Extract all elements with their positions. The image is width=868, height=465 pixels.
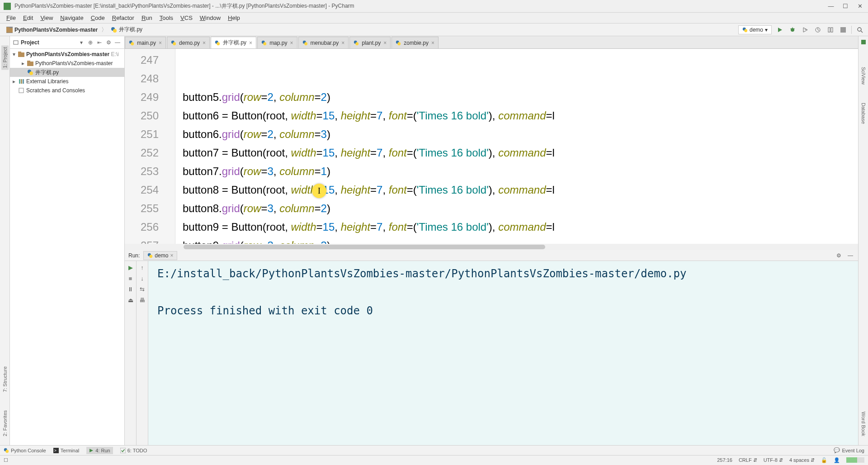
collapse-all-button[interactable]: ⇤ — [95, 38, 104, 47]
editor-tab[interactable]: zombie.py× — [392, 37, 439, 48]
hide-button[interactable]: — — [113, 38, 122, 47]
tree-row[interactable]: ▾PythonPlantsVsZombies-master E:\i — [10, 50, 124, 59]
line-number[interactable]: 252 — [125, 143, 159, 162]
editor-tab[interactable]: 井字棋.py× — [211, 37, 256, 48]
menu-code[interactable]: Code — [87, 14, 108, 22]
code-line[interactable]: button8 = Button(root, width=15, height=… — [183, 180, 858, 199]
code-line[interactable]: button9.grid(row=3, column=3) — [183, 236, 858, 244]
bottom-tool-python[interactable]: Python Console — [4, 448, 46, 453]
settings-button[interactable]: ⚙ — [104, 38, 113, 47]
line-number[interactable]: 254 — [125, 180, 159, 199]
code-line[interactable]: button5.grid(row=2, column=2) — [183, 88, 858, 106]
horizontal-scrollbar[interactable] — [125, 244, 858, 250]
maximize-button[interactable]: ☐ — [841, 2, 850, 11]
scrollbar-thumb[interactable] — [184, 245, 545, 249]
inspection-profile-icon[interactable]: 👤 — [834, 457, 840, 463]
close-button[interactable]: ✕ — [855, 2, 864, 11]
line-number[interactable]: 255 — [125, 199, 159, 218]
memory-indicator[interactable] — [846, 457, 864, 463]
tree-arrow-icon[interactable]: ▾ — [12, 51, 16, 57]
close-icon[interactable]: × — [290, 40, 293, 46]
stop-run-button[interactable]: ■ — [126, 274, 135, 283]
structure-tool-tab[interactable]: 7: Structure — [2, 366, 8, 392]
line-number[interactable]: 249 — [125, 88, 159, 106]
code-line[interactable]: button7.grid(row=3, column=1) — [183, 162, 858, 180]
close-icon[interactable]: × — [170, 252, 173, 259]
line-number[interactable]: 251 — [125, 125, 159, 143]
bottom-tool-run[interactable]: 4: Run — [86, 447, 113, 454]
tree-arrow-icon[interactable]: ▸ — [12, 78, 16, 85]
sciview-tool-tab[interactable]: SciView — [861, 67, 866, 85]
line-separator[interactable]: CRLF ⇵ — [739, 457, 757, 463]
menu-navigate[interactable]: Navigate — [57, 14, 87, 22]
tree-row[interactable]: ▸External Libraries — [10, 77, 124, 86]
line-number[interactable]: 248 — [125, 69, 159, 88]
menu-help[interactable]: Help — [224, 14, 244, 22]
run-config-selector[interactable]: demo ▾ — [738, 25, 772, 34]
print-button[interactable]: 🖶 — [138, 295, 147, 304]
debug-button[interactable] — [788, 25, 797, 34]
code-line[interactable]: button6.grid(row=2, column=3) — [183, 125, 858, 143]
pause-button[interactable]: ⏸ — [126, 285, 135, 294]
close-icon[interactable]: × — [249, 40, 252, 46]
chevron-down-icon[interactable]: ▾ — [80, 39, 83, 46]
close-icon[interactable]: × — [383, 40, 387, 46]
editor-tab[interactable]: demo.py× — [167, 37, 210, 48]
menu-window[interactable]: Window — [196, 14, 224, 22]
code-line[interactable]: button6 = Button(root, width=15, height=… — [183, 106, 858, 125]
close-icon[interactable]: × — [431, 40, 434, 46]
database-tool-tab[interactable]: Database — [861, 103, 866, 124]
favorites-tool-tab[interactable]: 2: Favorites — [2, 410, 8, 436]
indent-config[interactable]: 4 spaces ⇵ — [789, 457, 815, 463]
tree-row[interactable]: ▸PythonPlantsVsZombies-master — [10, 59, 124, 68]
line-number[interactable]: 257 — [125, 236, 159, 244]
menu-vcs[interactable]: VCS — [177, 14, 196, 22]
code-line[interactable]: button8.grid(row=3, column=2) — [183, 199, 858, 218]
down-button[interactable]: ↓ — [138, 274, 147, 283]
coverage-button[interactable] — [801, 25, 810, 34]
search-everywhere-button[interactable] — [855, 25, 864, 34]
run-hide-button[interactable]: — — [846, 251, 854, 260]
run-tab-demo[interactable]: demo × — [143, 251, 177, 260]
minimize-button[interactable]: — — [826, 2, 835, 11]
editor-tab[interactable]: plant.py× — [349, 37, 391, 48]
close-icon[interactable]: × — [341, 40, 344, 46]
run-button[interactable] — [775, 25, 784, 34]
line-number[interactable]: 256 — [125, 218, 159, 236]
project-tool-tab[interactable]: 1: Project — [1, 45, 9, 70]
event-log-button[interactable]: 💬 Event Log — [834, 447, 864, 453]
tree-row[interactable]: Scratches and Consoles — [10, 86, 124, 95]
code-content[interactable]: button5.grid(row=2, column=2)button6 = B… — [175, 49, 858, 244]
close-icon[interactable]: × — [203, 40, 206, 46]
cursor-position[interactable]: 257:16 — [717, 457, 732, 463]
line-number[interactable]: 250 — [125, 106, 159, 125]
project-tree[interactable]: ▾PythonPlantsVsZombies-master E:\i▸Pytho… — [10, 49, 124, 445]
read-only-toggle-icon[interactable]: 🔓 — [821, 457, 827, 463]
editor-tab[interactable]: main.py× — [125, 37, 166, 48]
tree-row[interactable]: 井字棋.py — [10, 68, 124, 77]
rerun-button[interactable]: ▶ — [126, 263, 135, 272]
editor-tab[interactable]: menubar.py× — [298, 37, 349, 48]
up-button[interactable]: ↑ — [138, 263, 147, 272]
code-editor[interactable]: 247248249250251252253254255256257 button… — [125, 49, 858, 244]
menu-view[interactable]: View — [37, 14, 57, 22]
menu-refactor[interactable]: Refactor — [108, 14, 138, 22]
wordbook-tool-tab[interactable]: Word Book — [861, 412, 866, 436]
stop-button[interactable] — [839, 25, 848, 34]
file-encoding[interactable]: UTF-8 ⇵ — [764, 457, 783, 463]
breadcrumb-project[interactable]: PythonPlantsVsZombies-master — [4, 26, 100, 34]
bottom-tool-todo[interactable]: 6: TODO — [120, 448, 147, 453]
exit-button[interactable]: ⏏ — [126, 295, 135, 304]
scroll-from-source-button[interactable]: ⊕ — [86, 38, 94, 47]
menu-run[interactable]: Run — [138, 14, 156, 22]
menu-edit[interactable]: Edit — [19, 14, 37, 22]
editor-tab[interactable]: map.py× — [257, 37, 297, 48]
tree-arrow-icon[interactable]: ▸ — [21, 60, 25, 66]
menu-file[interactable]: File — [3, 14, 19, 22]
profile-button[interactable] — [813, 25, 822, 34]
tool-window-quick-access-icon[interactable]: ☐ — [4, 457, 8, 463]
soft-wrap-button[interactable]: ⇆ — [138, 285, 147, 294]
line-gutter[interactable]: 247248249250251252253254255256257 — [125, 49, 175, 244]
menu-tools[interactable]: Tools — [156, 14, 177, 22]
close-icon[interactable]: × — [159, 40, 162, 46]
